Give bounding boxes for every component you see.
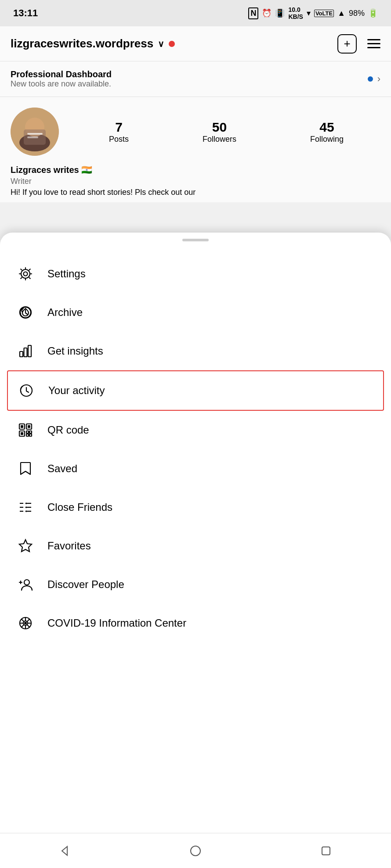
your-activity-label: Your activity bbox=[48, 384, 105, 397]
nfc-icon: N bbox=[248, 7, 258, 19]
qr-code-icon bbox=[16, 420, 35, 440]
favorites-icon bbox=[16, 536, 35, 556]
home-button[interactable] bbox=[185, 840, 206, 862]
volte-icon: VoLTE bbox=[314, 10, 334, 17]
svg-marker-48 bbox=[62, 846, 67, 855]
hamburger-line-3 bbox=[367, 47, 380, 48]
menu-item-close-friends[interactable]: ✦ ✦ ✦ Close Friends bbox=[0, 488, 391, 527]
app-header: lizgraceswrites.wordpress ∨ + bbox=[0, 26, 391, 61]
posts-stat[interactable]: 7 Posts bbox=[109, 120, 129, 144]
menu-item-covid-info[interactable]: COVID-19 Information Center bbox=[0, 604, 391, 642]
svg-marker-33 bbox=[19, 540, 32, 552]
menu-item-saved[interactable]: Saved bbox=[0, 449, 391, 488]
svg-rect-10 bbox=[20, 352, 23, 357]
discover-people-icon bbox=[16, 575, 35, 594]
menu-item-get-insights[interactable]: Get insights bbox=[0, 332, 391, 370]
insights-icon bbox=[16, 341, 35, 361]
archive-label: Archive bbox=[47, 306, 83, 319]
profile-info: Lizgraces writes 🇮🇳 Writer Hi! If you lo… bbox=[11, 165, 380, 202]
svg-rect-21 bbox=[29, 431, 32, 433]
menu-item-discover-people[interactable]: Discover People bbox=[0, 565, 391, 604]
battery-icon: 🔋 bbox=[368, 8, 378, 18]
vibrate-icon: 📳 bbox=[275, 8, 285, 18]
followers-count: 50 bbox=[212, 120, 227, 135]
qr-code-label: QR code bbox=[47, 424, 89, 436]
svg-rect-23 bbox=[29, 434, 32, 436]
following-count: 45 bbox=[319, 120, 334, 135]
bottom-sheet: Settings Archive bbox=[0, 233, 391, 868]
avatar[interactable] bbox=[11, 108, 59, 156]
followers-stat[interactable]: 50 Followers bbox=[203, 120, 236, 144]
profile-bio: Hi! If you love to read short stories! P… bbox=[11, 188, 380, 197]
svg-point-47 bbox=[24, 622, 27, 624]
signal-icon: ▲ bbox=[337, 9, 345, 18]
settings-label: Settings bbox=[47, 268, 86, 280]
pro-dashboard-nav: › bbox=[368, 73, 380, 85]
pro-dashboard-title: Professional Dashboard bbox=[11, 69, 112, 79]
close-friends-icon: ✦ ✦ ✦ bbox=[16, 498, 35, 517]
plus-icon: + bbox=[344, 37, 350, 50]
status-time: 13:11 bbox=[13, 7, 38, 19]
svg-line-45 bbox=[27, 619, 30, 622]
profile-role: Writer bbox=[11, 177, 380, 186]
back-button[interactable] bbox=[54, 840, 76, 862]
saved-label: Saved bbox=[47, 463, 77, 475]
pro-dashboard-text: Professional Dashboard New tools are now… bbox=[11, 69, 112, 89]
chevron-down-icon: ∨ bbox=[158, 39, 164, 49]
svg-line-46 bbox=[22, 625, 24, 628]
menu-item-your-activity[interactable]: Your activity bbox=[7, 370, 384, 411]
hamburger-menu-button[interactable] bbox=[367, 39, 380, 48]
wifi-icon: ▾ bbox=[307, 8, 311, 18]
profile-stats: 7 Posts 50 Followers 45 Following bbox=[72, 120, 380, 144]
archive-icon bbox=[16, 303, 35, 322]
header-actions: + bbox=[337, 34, 380, 54]
svg-rect-17 bbox=[28, 425, 30, 428]
data-speed-icon: 10.0KB/S bbox=[288, 6, 303, 20]
notification-dot bbox=[169, 41, 175, 47]
covid-info-icon bbox=[16, 613, 35, 633]
svg-rect-12 bbox=[28, 345, 31, 357]
svg-rect-20 bbox=[26, 431, 29, 433]
your-activity-icon bbox=[17, 381, 36, 400]
svg-line-44 bbox=[27, 625, 30, 628]
sheet-handle bbox=[182, 239, 209, 241]
new-post-button[interactable]: + bbox=[337, 34, 357, 54]
hamburger-line-2 bbox=[367, 43, 380, 44]
following-stat[interactable]: 45 Following bbox=[310, 120, 344, 144]
discover-people-label: Discover People bbox=[47, 578, 124, 591]
pro-dashboard-subtitle: New tools are now available. bbox=[11, 79, 112, 89]
favorites-label: Favorites bbox=[47, 540, 91, 552]
menu-item-qr-code[interactable]: QR code bbox=[0, 411, 391, 449]
menu-list: Settings Archive bbox=[0, 255, 391, 642]
battery-text: 98% bbox=[349, 9, 365, 18]
saved-icon bbox=[16, 459, 35, 478]
pro-dashboard-banner[interactable]: Professional Dashboard New tools are now… bbox=[0, 61, 391, 97]
svg-rect-15 bbox=[21, 425, 23, 428]
svg-rect-19 bbox=[21, 432, 23, 435]
hamburger-line-1 bbox=[367, 39, 380, 40]
android-nav-bar bbox=[0, 833, 391, 868]
svg-line-43 bbox=[22, 619, 24, 622]
svg-rect-4 bbox=[27, 133, 43, 135]
covid-info-label: COVID-19 Information Center bbox=[47, 617, 186, 629]
header-username-container[interactable]: lizgraceswrites.wordpress ∨ bbox=[11, 37, 175, 50]
followers-label: Followers bbox=[203, 135, 236, 144]
svg-rect-22 bbox=[26, 434, 29, 436]
svg-rect-50 bbox=[322, 847, 330, 855]
menu-item-favorites[interactable]: Favorites bbox=[0, 527, 391, 565]
svg-point-34 bbox=[24, 580, 29, 585]
recents-button[interactable] bbox=[315, 840, 337, 862]
status-bar: 13:11 N ⏰ 📳 10.0KB/S ▾ VoLTE ▲ 98% 🔋 bbox=[0, 0, 391, 26]
close-friends-label: Close Friends bbox=[47, 501, 112, 513]
profile-section: 7 Posts 50 Followers 45 Following Lizgra… bbox=[0, 97, 391, 202]
menu-item-settings[interactable]: Settings bbox=[0, 255, 391, 293]
posts-label: Posts bbox=[109, 135, 129, 144]
profile-name: Lizgraces writes 🇮🇳 bbox=[11, 165, 380, 175]
username-text: lizgraceswrites.wordpress bbox=[11, 37, 153, 50]
svg-rect-5 bbox=[27, 136, 38, 138]
profile-stats-row: 7 Posts 50 Followers 45 Following bbox=[11, 108, 380, 156]
get-insights-label: Get insights bbox=[47, 345, 103, 357]
svg-point-49 bbox=[191, 846, 200, 856]
menu-item-archive[interactable]: Archive bbox=[0, 293, 391, 332]
svg-point-6 bbox=[24, 272, 28, 276]
